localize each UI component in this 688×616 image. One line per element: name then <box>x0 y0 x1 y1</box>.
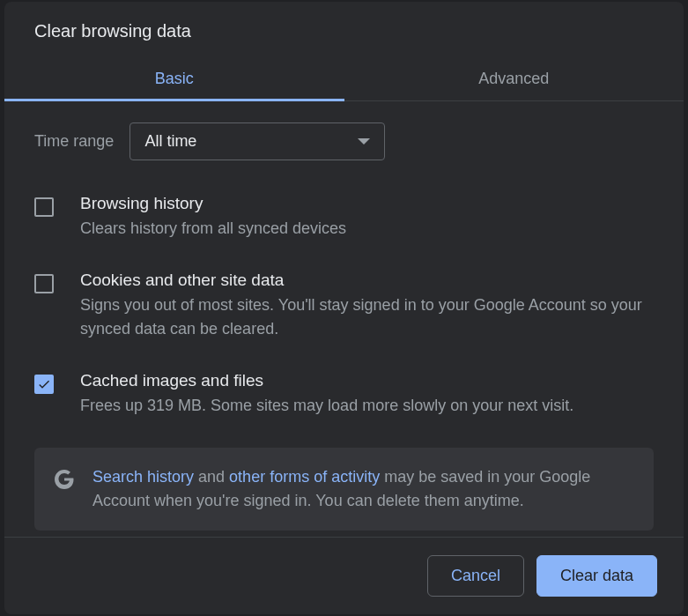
option-desc: Clears history from all synced devices <box>80 217 654 241</box>
other-activity-link[interactable]: other forms of activity <box>229 468 380 486</box>
time-range-row: Time range All time <box>34 122 654 160</box>
search-history-link[interactable]: Search history <box>92 468 194 486</box>
info-text: Search history and other forms of activi… <box>92 465 634 513</box>
option-text: Cookies and other site data Signs you ou… <box>80 271 654 341</box>
google-icon <box>54 469 75 490</box>
google-account-info-panel: Search history and other forms of activi… <box>34 448 654 531</box>
clear-browsing-data-dialog: Clear browsing data Basic Advanced Time … <box>4 2 684 614</box>
time-range-label: Time range <box>34 132 114 151</box>
time-range-value: All time <box>144 132 196 151</box>
chevron-down-icon <box>358 138 370 145</box>
checkbox-cached[interactable] <box>34 375 54 394</box>
tab-basic-label: Basic <box>155 70 194 87</box>
tab-advanced[interactable]: Advanced <box>344 57 684 100</box>
time-range-select[interactable]: All time <box>129 122 385 160</box>
option-title: Browsing history <box>80 194 654 213</box>
tab-advanced-label: Advanced <box>478 70 549 87</box>
cancel-button[interactable]: Cancel <box>427 555 524 597</box>
info-mid: and <box>194 468 229 486</box>
option-cookies: Cookies and other site data Signs you ou… <box>34 271 654 341</box>
checkbox-browsing-history[interactable] <box>34 197 54 217</box>
option-browsing-history: Browsing history Clears history from all… <box>34 194 654 241</box>
cancel-button-label: Cancel <box>451 567 500 584</box>
tab-basic[interactable]: Basic <box>4 57 344 100</box>
dialog-content: Time range All time Browsing history Cle… <box>4 101 684 537</box>
option-desc: Signs you out of most sites. You'll stay… <box>80 293 654 341</box>
option-title: Cookies and other site data <box>80 271 654 290</box>
checkmark-icon <box>37 377 51 391</box>
dialog-title: Clear browsing data <box>4 2 684 57</box>
clear-data-button-label: Clear data <box>560 567 633 584</box>
option-cached: Cached images and files Frees up 319 MB.… <box>34 371 654 418</box>
clear-data-button[interactable]: Clear data <box>536 555 657 597</box>
option-text: Browsing history Clears history from all… <box>80 194 654 241</box>
tabs: Basic Advanced <box>4 57 684 101</box>
option-text: Cached images and files Frees up 319 MB.… <box>80 371 654 418</box>
dialog-footer: Cancel Clear data <box>4 537 684 614</box>
option-title: Cached images and files <box>80 371 654 390</box>
option-desc: Frees up 319 MB. Some sites may load mor… <box>80 394 654 418</box>
checkbox-cookies[interactable] <box>34 274 54 293</box>
